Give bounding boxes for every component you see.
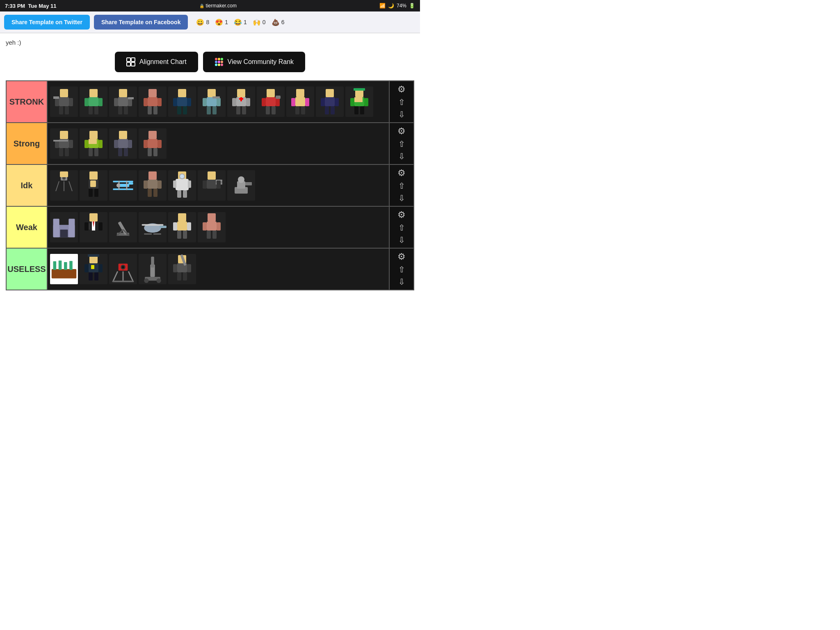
svg-rect-177 [142, 224, 164, 226]
list-item[interactable] [257, 87, 285, 117]
reaction-laugh[interactable]: 😂 1 [234, 18, 247, 26]
list-item[interactable] [50, 128, 78, 159]
list-item[interactable] [198, 170, 226, 201]
svg-rect-52 [237, 89, 245, 97]
move-up-button[interactable]: ⇧ [397, 181, 406, 191]
svg-rect-42 [187, 98, 191, 106]
svg-rect-35 [144, 98, 148, 106]
share-twitter-button[interactable]: Share Template on Twitter [4, 15, 90, 30]
list-item[interactable] [168, 170, 196, 201]
list-item[interactable] [109, 87, 137, 117]
settings-icon[interactable]: ⚙ [397, 251, 406, 262]
list-item[interactable] [109, 128, 137, 159]
list-item[interactable] [50, 170, 78, 201]
move-down-button[interactable]: ⇩ [397, 151, 406, 161]
settings-icon[interactable]: ⚙ [397, 84, 406, 95]
tier-controls-strong: ⚙ ⇧ ⇩ [389, 123, 413, 164]
svg-rect-80 [354, 88, 365, 91]
list-item[interactable] [227, 87, 255, 117]
move-down-button[interactable]: ⇩ [397, 193, 406, 203]
list-item[interactable] [50, 87, 78, 117]
alignment-chart-button[interactable]: Alignment Chart [115, 52, 198, 72]
reaction-happy[interactable]: 😀 8 [196, 18, 209, 26]
settings-icon[interactable]: ⚙ [397, 126, 406, 137]
svg-rect-135 [144, 180, 148, 189]
list-item[interactable] [80, 87, 107, 117]
list-item[interactable] [198, 87, 226, 117]
list-item[interactable] [109, 170, 137, 201]
settings-icon[interactable]: ⚙ [397, 210, 406, 220]
svg-rect-82 [350, 98, 354, 106]
svg-rect-140 [176, 179, 189, 190]
svg-rect-184 [187, 222, 191, 231]
list-item[interactable] [109, 254, 137, 284]
svg-rect-41 [173, 98, 177, 106]
svg-rect-102 [118, 139, 128, 148]
list-item[interactable] [227, 170, 255, 201]
list-item[interactable] [109, 212, 137, 242]
list-item[interactable] [80, 212, 107, 242]
list-item[interactable] [80, 170, 107, 201]
svg-rect-38 [153, 106, 158, 114]
move-up-button[interactable]: ⇧ [397, 139, 406, 149]
svg-rect-212 [112, 281, 134, 282]
list-item[interactable] [198, 212, 226, 242]
svg-rect-201 [84, 264, 89, 272]
reaction-love[interactable]: 😍 1 [215, 18, 228, 26]
list-item[interactable] [345, 87, 373, 117]
svg-rect-151 [203, 180, 207, 189]
reaction-poop[interactable]: 💩 6 [272, 18, 285, 26]
svg-rect-152 [217, 180, 221, 189]
move-down-button[interactable]: ⇩ [397, 277, 406, 287]
move-down-button[interactable]: ⇩ [397, 235, 406, 245]
list-item[interactable] [139, 87, 167, 117]
list-item[interactable] [168, 87, 196, 117]
tier-items-idk [48, 165, 389, 206]
move-down-button[interactable]: ⇩ [397, 110, 406, 119]
tier-label-strong: Strong [7, 123, 48, 164]
list-item[interactable] [139, 212, 167, 242]
svg-rect-59 [242, 106, 246, 114]
happy-emoji: 😀 [196, 18, 204, 26]
svg-rect-181 [178, 213, 186, 221]
svg-rect-127 [113, 181, 133, 183]
move-up-button[interactable]: ⇧ [397, 265, 406, 274]
list-item[interactable] [286, 87, 314, 117]
svg-rect-223 [177, 272, 181, 281]
community-rank-button[interactable]: View Community Rank [203, 52, 306, 72]
svg-rect-202 [98, 264, 103, 272]
list-item[interactable] [316, 87, 344, 117]
svg-rect-153 [207, 189, 211, 197]
svg-rect-128 [113, 189, 133, 190]
tier-label-weak: Weak [7, 207, 48, 248]
list-item[interactable] [50, 254, 78, 284]
list-item[interactable] [50, 212, 78, 242]
svg-point-132 [116, 183, 120, 187]
svg-rect-111 [148, 148, 152, 156]
laugh-emoji: 😂 [234, 18, 242, 26]
reaction-hands[interactable]: 🙌 0 [253, 18, 266, 26]
list-item[interactable] [139, 254, 167, 284]
svg-rect-108 [148, 139, 158, 148]
svg-rect-163 [89, 213, 98, 221]
list-item[interactable] [80, 254, 107, 284]
svg-rect-72 [301, 106, 305, 114]
svg-rect-28 [114, 98, 118, 106]
share-facebook-button[interactable]: Share Template on Facebook [94, 15, 188, 30]
settings-icon[interactable]: ⚙ [397, 168, 406, 178]
list-item[interactable] [139, 170, 167, 201]
move-up-button[interactable]: ⇧ [397, 97, 406, 107]
list-item[interactable] [80, 128, 107, 159]
svg-rect-48 [217, 98, 221, 106]
svg-point-12 [221, 64, 223, 66]
svg-rect-40 [177, 97, 187, 106]
svg-rect-31 [124, 106, 128, 114]
svg-rect-169 [98, 222, 103, 231]
list-item[interactable] [168, 212, 196, 242]
svg-rect-33 [148, 89, 157, 97]
svg-rect-186 [183, 231, 187, 239]
list-item[interactable] [168, 254, 196, 284]
move-up-button[interactable]: ⇧ [397, 223, 406, 233]
list-item[interactable] [139, 128, 167, 159]
svg-rect-134 [148, 180, 158, 189]
